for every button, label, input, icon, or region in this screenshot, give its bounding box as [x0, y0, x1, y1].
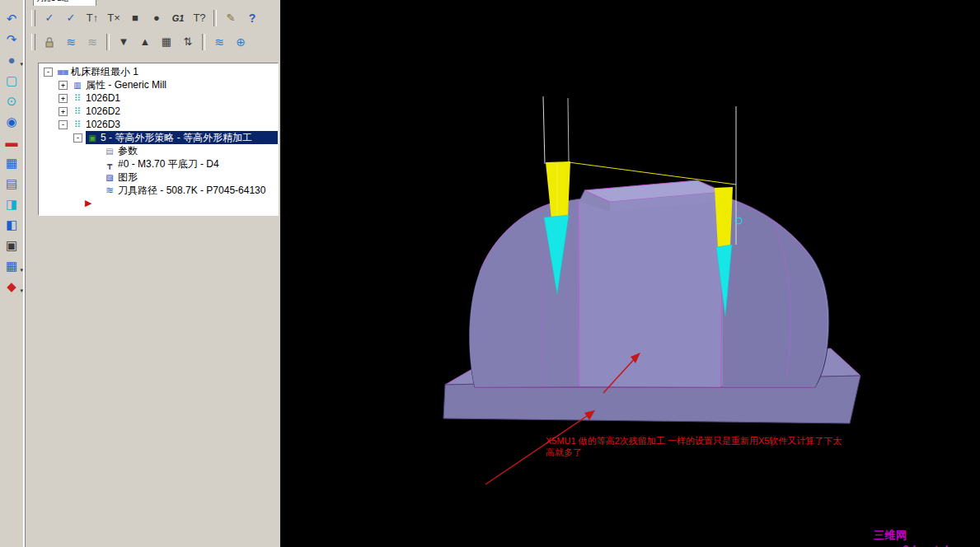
side-toolbar: ↶ ↷ ●▾ ▢ ⊙ ◉ ▬ ▦ ▤ ◨ ◧ ▣ ▦▾ ◆▾	[0, 0, 26, 547]
toolpath-icon: ≋	[103, 185, 116, 196]
tree-row-machine-group[interactable]: - ▦▦ 机床群组最小 1	[39, 65, 278, 78]
delete-icon: ◆	[7, 279, 16, 294]
check-icon: ✓	[45, 12, 54, 24]
tree-row-geometry[interactable]: ▨ 图形	[39, 171, 278, 184]
move-insert-arrow-button[interactable]: ⇅	[177, 31, 199, 53]
window-button[interactable]: ▣	[0, 235, 23, 255]
tree-row-properties[interactable]: + ▥ 属性 - Generic Mill	[39, 78, 278, 91]
undo-icon: ↶	[7, 12, 17, 26]
chevron-down-icon: ▾	[20, 288, 23, 294]
drag-handle[interactable]	[31, 10, 35, 26]
toolpath-config-button[interactable]: T?	[189, 7, 210, 29]
shade-right-icon: ◨	[6, 197, 17, 212]
tree-row-group-1026d1[interactable]: + ⠿ 1026D1	[39, 91, 278, 105]
tree-label: 图形	[118, 171, 138, 185]
window-icon: ▣	[6, 238, 17, 253]
watermark-text: 三维网www.3dportal.cn	[874, 528, 980, 547]
annotation-line-1: X5MU1 做的等高2次残留加工 一样的设置只是重新用X5软件又计算了下太	[546, 435, 842, 446]
chevron-down-icon: ▾	[20, 61, 23, 68]
cylinder-button[interactable]: ⊙	[0, 91, 23, 111]
expand-all-button[interactable]: ▲	[134, 31, 156, 53]
tree-row-group-1026d3[interactable]: - ⠿ 1026D3	[39, 118, 278, 131]
views-icon: ▦	[6, 259, 17, 274]
drag-handle[interactable]	[31, 34, 35, 50]
tree-row-operation-5[interactable]: - ▣ 5 - 等高外形策略 - 等高外形精加工	[39, 131, 278, 144]
tree-label: #0 - M3.70 平底刀 - D4	[118, 157, 219, 171]
mastercam-window: ↶ ↷ ●▾ ▢ ⊙ ◉ ▬ ▦ ▤ ◨ ◧ ▣ ▦▾ ◆▾ 刀路1 2组 ✓ …	[0, 0, 980, 547]
model-scene	[280, 0, 980, 547]
collapse-box-icon[interactable]: -	[73, 133, 82, 143]
select-none-operations-button[interactable]: ✓	[60, 7, 82, 29]
expand-box-icon[interactable]: +	[59, 81, 68, 90]
toggle-toolpath-display-button[interactable]: ≋	[60, 31, 82, 53]
regenerate-dirty-button[interactable]: T×	[103, 7, 124, 29]
tree-label: 5 - 等高外形策略 - 等高外形精加工	[101, 131, 252, 145]
graphics-viewport[interactable]: X5MU1 做的等高2次残留加工 一样的设置只是重新用X5软件又计算了下太 高就…	[280, 0, 980, 547]
expand-box-icon[interactable]: +	[59, 107, 68, 116]
select-all-operations-button[interactable]: ✓	[39, 7, 60, 29]
shade-left-button[interactable]: ◧	[0, 214, 23, 235]
toolpath-group-icon: ⠿	[71, 93, 84, 104]
properties-icon: ▥	[71, 81, 84, 90]
collapse-box-icon[interactable]: -	[44, 68, 53, 77]
grid-button[interactable]: ▦	[0, 152, 23, 173]
regenerate-selected-button[interactable]: T↑	[82, 7, 103, 29]
gnomon-button[interactable]: ●▾	[0, 49, 23, 70]
toolpath-manager-tree: - ▦▦ 机床群组最小 1 + ▥ 属性 - Generic Mill + ⠿ …	[38, 63, 279, 216]
machine-group-icon: ▦▦	[56, 68, 69, 76]
layers-icon: ▤	[6, 176, 17, 191]
expand-box-icon[interactable]: +	[59, 94, 68, 103]
post-button[interactable]: G1	[167, 7, 189, 29]
lock-operations-button[interactable]	[39, 31, 60, 53]
toggle-rapid-display-button[interactable]: ≋	[82, 31, 103, 53]
verify-button[interactable]: ●	[146, 7, 167, 29]
backplot-button[interactable]: ■	[124, 7, 146, 29]
backplot-icon: ■	[132, 12, 138, 24]
toolpath-group-icon: ⠿	[71, 119, 84, 130]
shade-left-icon: ◧	[6, 217, 17, 232]
operations-toolbar-1: ✓ ✓ T↑ T× ■ ● G1 T? ✎ ?	[28, 6, 280, 30]
chevron-down-icon: ▾	[20, 267, 23, 274]
operation-folder-icon: ▣	[86, 133, 99, 143]
tree-row-parameters[interactable]: ▤ 参数	[39, 144, 278, 157]
collapse-all-button[interactable]: ▼	[113, 31, 134, 53]
views-button[interactable]: ▦▾	[0, 255, 23, 276]
help-button[interactable]: ?	[241, 7, 263, 29]
manager-options-button[interactable]: ⊕	[230, 31, 251, 53]
annotation-line-2: 高就多了	[546, 446, 842, 458]
edit-operations-button[interactable]: ✎	[220, 7, 241, 29]
sphere-button[interactable]: ◉	[0, 111, 23, 132]
operations-toolbar-2: ≋ ≋ ▼ ▲ ▦ ⇅ ≋ ⊕	[28, 30, 280, 54]
rapid-move-line	[569, 162, 736, 185]
block-button[interactable]: ▬	[0, 132, 23, 152]
tree-label: 机床群组最小 1	[71, 65, 138, 79]
shade-right-button[interactable]: ◨	[0, 194, 23, 214]
separator	[106, 34, 110, 50]
toolpath-group-combo[interactable]: 刀路1 2组	[33, 0, 96, 6]
regen-dirty-icon: T×	[107, 12, 120, 24]
tree-row-toolpath-file[interactable]: ≋ 刀具路径 - 508.7K - P7045-64130	[39, 184, 278, 197]
wire-line	[543, 96, 545, 164]
tree-label: 1026D1	[86, 92, 120, 104]
plane-icon: ▢	[6, 73, 17, 88]
tree-row-tool[interactable]: ┳ #0 - M3.70 平底刀 - D4	[39, 157, 278, 171]
toolpath-group-icon: ⠿	[71, 106, 84, 117]
post-g1-icon: G1	[172, 13, 185, 23]
layers-button[interactable]: ▤	[0, 173, 23, 194]
plane-button[interactable]: ▢	[0, 70, 23, 91]
gnomon-sphere-icon: ●	[7, 53, 15, 67]
up-down-icon: ⇅	[184, 35, 193, 48]
delete-button[interactable]: ◆▾	[0, 276, 23, 297]
selected-operation[interactable]: ▣ 5 - 等高外形策略 - 等高外形精加工	[86, 131, 278, 144]
undo-button[interactable]: ↶	[0, 8, 23, 29]
collapse-icon: ▼	[119, 35, 129, 48]
display-options-icon: ▦	[162, 35, 171, 48]
toolpath-display-button[interactable]: ≋	[209, 31, 230, 53]
collapse-box-icon[interactable]: -	[59, 120, 68, 129]
redo-button[interactable]: ↷	[0, 29, 23, 49]
display-options-button[interactable]: ▦	[156, 31, 177, 53]
tree-row-group-1026d2[interactable]: + ⠿ 1026D2	[39, 105, 278, 118]
insert-arrow-marker[interactable]: ▶	[85, 199, 278, 207]
lock-icon	[44, 36, 55, 48]
separator	[202, 34, 205, 50]
